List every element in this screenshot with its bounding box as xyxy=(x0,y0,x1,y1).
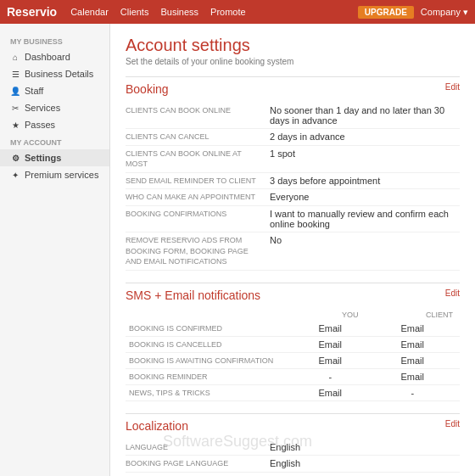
booking-section: Booking Edit CLIENTS CAN BOOK ONLINE No … xyxy=(126,76,460,271)
setting-label: CLIENTS CAN BOOK ONLINE xyxy=(126,105,270,126)
setting-value: 1 spot xyxy=(270,148,460,170)
sidebar-item-passes[interactable]: ★ Passes xyxy=(0,116,109,133)
sidebar-item-premium[interactable]: ✦ Premium services xyxy=(0,166,109,183)
sidebar-label-dashboard: Dashboard xyxy=(25,52,70,62)
sms-row-label: BOOKING REMINDER xyxy=(126,368,295,384)
you-value: Email xyxy=(295,321,365,337)
nav-calendar[interactable]: Calendar xyxy=(70,7,109,17)
layout: MY BUSINESS ⌂ Dashboard ☰ Business Detai… xyxy=(0,24,475,476)
sms-row-label: BOOKING IS AWAITING CONFIRMATION xyxy=(126,352,295,368)
table-row: BOOKING REMINDER - Email xyxy=(126,368,460,384)
dashboard-icon: ⌂ xyxy=(10,52,20,62)
sidebar: MY BUSINESS ⌂ Dashboard ☰ Business Detai… xyxy=(0,24,110,476)
nav-right: UPGRADE Company ▾ xyxy=(358,6,468,19)
table-row: CLIENTS CAN BOOK ONLINE No sooner than 1… xyxy=(126,103,460,129)
table-row: SEND EMAIL REMINDER TO CLIENT 3 days bef… xyxy=(126,173,460,190)
nav-business[interactable]: Business xyxy=(160,7,198,17)
setting-value: English xyxy=(270,442,460,453)
sidebar-label-passes: Passes xyxy=(25,120,55,130)
table-row: WHO CAN MAKE AN APPOINTMENT Everyone xyxy=(126,189,460,206)
brand-logo[interactable]: Reservio xyxy=(7,5,57,19)
setting-value: No xyxy=(270,235,460,267)
company-button[interactable]: Company ▾ xyxy=(421,7,468,18)
client-value: Email xyxy=(365,368,460,384)
table-row: BOOKING IS CANCELLED Email Email xyxy=(126,336,460,352)
setting-value: 2 days in advance xyxy=(270,132,460,143)
setting-label: CLIENTS CAN CANCEL xyxy=(126,132,270,143)
upgrade-button[interactable]: UPGRADE xyxy=(358,6,414,19)
premium-icon: ✦ xyxy=(10,170,20,180)
table-row: BOOKING CONFIRMATIONS I want to manually… xyxy=(126,206,460,232)
sms-edit-link[interactable]: Edit xyxy=(445,288,460,298)
sms-table: YOU CLIENT BOOKING IS CONFIRMED Email Em… xyxy=(126,309,460,401)
sidebar-item-staff[interactable]: 👤 Staff xyxy=(0,82,109,99)
sidebar-label-premium: Premium services xyxy=(25,170,98,180)
setting-label: SEND EMAIL REMINDER TO CLIENT xyxy=(126,176,270,187)
setting-value: I want to manually review and confirm ea… xyxy=(270,209,460,229)
settings-icon: ⚙ xyxy=(10,153,20,163)
client-value: Email xyxy=(365,321,460,337)
sidebar-item-settings[interactable]: ⚙ Settings xyxy=(0,149,109,166)
table-row: REMOVE RESERVIO ADS FROM BOOKING FORM, B… xyxy=(126,232,460,271)
client-column-header: CLIENT xyxy=(365,309,460,321)
page-title: Account settings xyxy=(126,36,460,55)
you-value: - xyxy=(295,368,365,384)
my-business-title: MY BUSINESS xyxy=(0,32,109,48)
sidebar-item-business-details[interactable]: ☰ Business Details xyxy=(0,65,109,82)
sidebar-item-services[interactable]: ✂ Services xyxy=(0,99,109,116)
booking-edit-link[interactable]: Edit xyxy=(445,82,460,92)
nav-promote[interactable]: Promote xyxy=(210,7,246,17)
sidebar-label-services: Services xyxy=(25,103,60,113)
top-nav: Reservio Calendar Clients Business Promo… xyxy=(0,0,475,24)
table-row: CLIENTS CAN BOOK ONLINE AT MOST 1 spot xyxy=(126,146,460,173)
booking-section-title: Booking xyxy=(126,82,169,96)
table-row: BOOKING IS AWAITING CONFIRMATION Email E… xyxy=(126,352,460,368)
page-subtitle: Set the details of your online booking s… xyxy=(126,57,460,66)
setting-value: No sooner than 1 day and no later than 3… xyxy=(270,105,460,126)
sidebar-label-settings: Settings xyxy=(25,153,61,163)
localization-section-title: Localization xyxy=(126,419,188,433)
client-value: - xyxy=(365,384,460,400)
table-row: BOOKING PAGE LANGUAGE English xyxy=(126,456,460,473)
my-account-title: MY ACCOUNT xyxy=(0,133,109,149)
setting-label: WHO CAN MAKE AN APPOINTMENT xyxy=(126,192,270,203)
sidebar-label-business-details: Business Details xyxy=(25,69,93,79)
sidebar-label-staff: Staff xyxy=(25,86,43,96)
setting-label: REMOVE RESERVIO ADS FROM BOOKING FORM, B… xyxy=(126,235,270,267)
localization-section-header: Localization Edit xyxy=(126,419,460,433)
setting-label: CLIENTS CAN BOOK ONLINE AT MOST xyxy=(126,148,270,170)
table-row: BOOKING IS CONFIRMED Email Email xyxy=(126,321,460,337)
sms-row-label: BOOKING IS CANCELLED xyxy=(126,336,295,352)
you-value: Email xyxy=(295,352,365,368)
you-column-header: YOU xyxy=(295,309,365,321)
setting-value: English xyxy=(270,458,460,469)
staff-icon: 👤 xyxy=(10,86,20,96)
table-row: CLIENTS CAN CANCEL 2 days in advance xyxy=(126,129,460,146)
services-icon: ✂ xyxy=(10,103,20,113)
table-row: CURRENCY US dollar ($) xyxy=(126,473,460,476)
localization-edit-link[interactable]: Edit xyxy=(445,419,460,428)
setting-label: BOOKING PAGE LANGUAGE xyxy=(126,458,270,469)
sms-row-label: BOOKING IS CONFIRMED xyxy=(126,321,295,337)
booking-section-header: Booking Edit xyxy=(126,82,460,96)
sms-row-label: NEWS, TIPS & TRICKS xyxy=(126,384,295,400)
sms-section-header: SMS + Email notifications Edit xyxy=(126,288,460,302)
setting-label: BOOKING CONFIRMATIONS xyxy=(126,209,270,229)
client-value: Email xyxy=(365,352,460,368)
table-row: LANGUAGE English xyxy=(126,440,460,456)
you-value: Email xyxy=(295,384,365,400)
nav-clients[interactable]: Clients xyxy=(120,7,149,17)
business-details-icon: ☰ xyxy=(10,69,20,79)
sms-section-title: SMS + Email notifications xyxy=(126,288,260,302)
sidebar-item-dashboard[interactable]: ⌂ Dashboard xyxy=(0,48,109,65)
setting-label: LANGUAGE xyxy=(126,442,270,453)
you-value: Email xyxy=(295,336,365,352)
sms-email-section: SMS + Email notifications Edit YOU CLIEN… xyxy=(126,283,460,401)
main-content: Account settings Set the details of your… xyxy=(110,24,475,476)
localization-section: Localization Edit LANGUAGE English BOOKI… xyxy=(126,413,460,476)
client-value: Email xyxy=(365,336,460,352)
nav-items: Calendar Clients Business Promote xyxy=(70,7,358,17)
passes-icon: ★ xyxy=(10,120,20,130)
table-row: NEWS, TIPS & TRICKS Email - xyxy=(126,384,460,400)
setting-value: Everyone xyxy=(270,192,460,203)
